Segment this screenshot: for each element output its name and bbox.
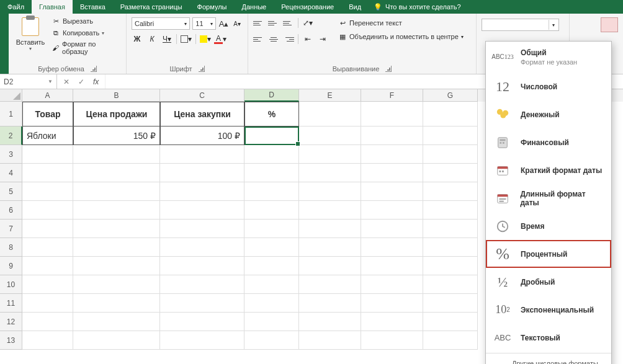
cell-G6[interactable] (423, 201, 478, 220)
select-all-corner[interactable] (0, 89, 22, 102)
row-header-6[interactable]: 6 (0, 201, 22, 220)
row-header-7[interactable]: 7 (0, 220, 22, 238)
cell-A7[interactable] (22, 220, 73, 238)
cell-D3[interactable] (244, 145, 299, 164)
cell-C9[interactable] (160, 257, 244, 275)
cell-B10[interactable] (73, 275, 160, 294)
tab-file[interactable]: Файл (0, 0, 32, 14)
cell-A6[interactable] (22, 201, 73, 220)
cell-D12[interactable] (244, 313, 299, 331)
numfmt-number[interactable]: 12 Числовой (486, 73, 611, 100)
cell-A3[interactable] (22, 145, 73, 164)
row-header-12[interactable]: 12 (0, 313, 22, 331)
cell-A10[interactable] (22, 275, 73, 294)
cell-G11[interactable] (423, 294, 478, 313)
cell-C3[interactable] (160, 145, 244, 164)
tab-formulas[interactable]: Формулы (190, 0, 235, 14)
tab-view[interactable]: Вид (341, 0, 369, 14)
numfmt-time[interactable]: Время (486, 212, 611, 240)
tab-home[interactable]: Главная (32, 0, 73, 14)
borders-button[interactable]: ▾ (181, 33, 192, 45)
font-color-button[interactable]: A▾ (215, 33, 226, 45)
cell-F2[interactable] (361, 127, 423, 145)
cell-B1[interactable]: Цена продажи (73, 102, 160, 127)
cut-button[interactable]: ✂ Вырезать (50, 16, 121, 26)
col-header-E[interactable]: E (299, 89, 361, 102)
cell-B4[interactable] (73, 164, 160, 182)
cell-G12[interactable] (423, 313, 478, 331)
cell-A13[interactable] (22, 331, 73, 350)
col-header-D[interactable]: D (244, 89, 299, 102)
cancel-formula-button[interactable]: ✕ (63, 78, 69, 86)
col-header-C[interactable]: C (160, 89, 244, 102)
row-header-9[interactable]: 9 (0, 257, 22, 275)
numfmt-currency[interactable]: Денежный (486, 100, 611, 128)
tell-me-search[interactable]: 💡 Что вы хотите сделать? (369, 0, 466, 14)
cell-E13[interactable] (299, 331, 361, 350)
numfmt-shortdate[interactable]: Краткий формат даты (486, 156, 611, 184)
col-header-G[interactable]: G (423, 89, 478, 102)
name-box[interactable]: D2 ▼ (0, 74, 57, 89)
row-header-8[interactable]: 8 (0, 238, 22, 257)
cell-B11[interactable] (73, 294, 160, 313)
numfmt-general[interactable]: ABC123 Общий Формат не указан (486, 42, 611, 73)
cell-F6[interactable] (361, 201, 423, 220)
numfmt-text[interactable]: ABC Текстовый (486, 324, 611, 352)
cell-G10[interactable] (423, 275, 478, 294)
cell-G13[interactable] (423, 331, 478, 350)
cell-C13[interactable] (160, 331, 244, 350)
cell-A1[interactable]: Товар (22, 102, 73, 127)
numfmt-scientific[interactable]: 102 Экспоненциальный (486, 296, 611, 324)
cell-D1[interactable]: % (244, 102, 299, 127)
cell-C10[interactable] (160, 275, 244, 294)
cell-A12[interactable] (22, 313, 73, 331)
cell-F5[interactable] (361, 182, 423, 201)
cell-G7[interactable] (423, 220, 478, 238)
cell-D9[interactable] (244, 257, 299, 275)
cell-G9[interactable] (423, 257, 478, 275)
dialog-launcher-icon[interactable] (385, 66, 392, 72)
cell-C11[interactable] (160, 294, 244, 313)
cell-G8[interactable] (423, 238, 478, 257)
cell-B13[interactable] (73, 331, 160, 350)
cell-E6[interactable] (299, 201, 361, 220)
cell-G2[interactable] (423, 127, 478, 145)
align-middle-button[interactable] (268, 17, 279, 29)
font-name-combo[interactable]: Calibri▾ (132, 17, 190, 30)
cell-E9[interactable] (299, 257, 361, 275)
tab-page-layout[interactable]: Разметка страницы (113, 0, 190, 14)
decrease-indent-button[interactable]: ⇤ (302, 33, 313, 45)
cell-C8[interactable] (160, 238, 244, 257)
cell-B12[interactable] (73, 313, 160, 331)
cell-F7[interactable] (361, 220, 423, 238)
cell-E3[interactable] (299, 145, 361, 164)
cell-G1[interactable] (423, 102, 478, 127)
cell-B7[interactable] (73, 220, 160, 238)
cell-E8[interactable] (299, 238, 361, 257)
numfmt-fraction[interactable]: ½ Дробный (486, 268, 611, 296)
tab-review[interactable]: Рецензирование (274, 0, 341, 14)
col-header-B[interactable]: B (73, 89, 160, 102)
cell-B6[interactable] (73, 201, 160, 220)
row-header-2[interactable]: 2 (0, 127, 22, 145)
cell-F11[interactable] (361, 294, 423, 313)
chevron-down-icon[interactable]: ▾ (29, 46, 32, 51)
cell-E1[interactable] (299, 102, 361, 127)
cell-C6[interactable] (160, 201, 244, 220)
font-size-combo[interactable]: 11▾ (192, 17, 215, 30)
cell-A8[interactable] (22, 238, 73, 257)
cell-D8[interactable] (244, 238, 299, 257)
fill-color-button[interactable]: ▾ (200, 33, 211, 45)
cell-A4[interactable] (22, 164, 73, 182)
cell-C7[interactable] (160, 220, 244, 238)
cell-B5[interactable] (73, 182, 160, 201)
underline-button[interactable]: Ч▾ (161, 33, 173, 45)
row-header-11[interactable]: 11 (0, 294, 22, 313)
cell-D6[interactable] (244, 201, 299, 220)
copy-button[interactable]: ⧉ Копировать ▾ (50, 28, 121, 38)
increase-font-button[interactable]: A▴ (218, 18, 230, 29)
cell-B3[interactable] (73, 145, 160, 164)
cell-F4[interactable] (361, 164, 423, 182)
cell-E11[interactable] (299, 294, 361, 313)
cell-D7[interactable] (244, 220, 299, 238)
